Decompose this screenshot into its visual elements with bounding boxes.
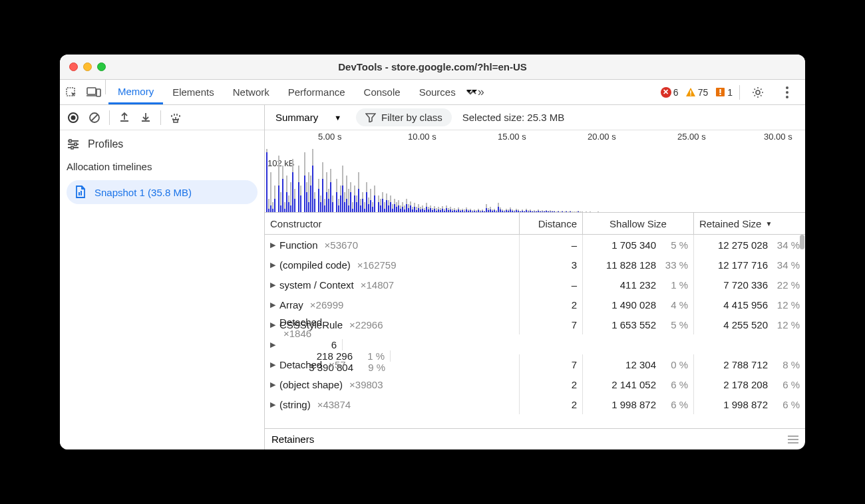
traffic-lights xyxy=(69,63,106,71)
cell-shallow: 1 653 5525 % xyxy=(583,315,694,334)
window-title: DevTools - store.google.com/?hl=en-US xyxy=(60,61,805,72)
export-button[interactable] xyxy=(116,110,132,126)
table-row[interactable]: ▶Detached ×57712 3040 %2 788 7128 % xyxy=(265,354,805,374)
expand-icon[interactable]: ▶ xyxy=(270,380,275,389)
cell-shallow: 12 3040 % xyxy=(583,354,694,374)
svg-rect-19 xyxy=(71,146,73,149)
cell-distance: 7 xyxy=(520,315,583,334)
tick: 30.00 s xyxy=(764,132,792,142)
table-row[interactable]: ▶Function×53670–1 705 3405 %12 275 02834… xyxy=(265,235,805,255)
cell-shallow: 11 828 12833 % xyxy=(583,255,694,275)
svg-rect-7 xyxy=(719,94,721,95)
table-row[interactable]: ▶Detached ×18466218 2961 %3 390 8049 % xyxy=(265,334,805,354)
svg-point-9 xyxy=(786,86,788,89)
snapshot-item[interactable]: Snapshot 1 (35.8 MB) xyxy=(67,180,258,204)
tab-memory[interactable]: Memory xyxy=(108,80,163,104)
device-toggle-icon[interactable] xyxy=(83,80,105,104)
expand-icon[interactable]: ▶ xyxy=(270,320,275,329)
cell-retained: 4 255 52012 % xyxy=(694,315,805,334)
expand-icon[interactable]: ▶ xyxy=(270,340,275,349)
expand-icon[interactable]: ▶ xyxy=(270,281,275,289)
cell-distance: 7 xyxy=(520,354,583,374)
cell-constructor: ▶Function×53670 xyxy=(265,235,520,255)
header-distance[interactable]: Distance xyxy=(520,213,583,234)
tab-sources[interactable]: Sources xyxy=(410,80,465,104)
scrollbar[interactable] xyxy=(798,235,805,428)
view-label: Summary xyxy=(275,112,318,123)
svg-point-13 xyxy=(71,115,76,120)
svg-rect-3 xyxy=(690,90,691,94)
tab-console[interactable]: Console xyxy=(355,80,410,104)
table-row[interactable]: ▶(string)×4387421 998 8726 %1 998 8726 % xyxy=(265,394,805,414)
warnings-count: 75 xyxy=(698,87,709,98)
cell-retained: 7 720 33622 % xyxy=(694,275,805,295)
record-button[interactable] xyxy=(65,110,81,126)
retainers-label: Retainers xyxy=(271,434,314,445)
table-row[interactable]: ▶system / Context×14807–411 2321 %7 720 … xyxy=(265,275,805,295)
close-window-button[interactable] xyxy=(69,63,78,71)
settings-icon[interactable] xyxy=(747,86,769,99)
menu-icon[interactable] xyxy=(788,436,798,443)
gc-button[interactable] xyxy=(168,110,184,126)
expand-icon[interactable]: ▶ xyxy=(270,261,275,269)
cell-constructor: ▶Detached ×18466218 2961 %3 390 8049 % xyxy=(265,334,805,354)
svg-point-10 xyxy=(786,91,788,94)
svg-line-15 xyxy=(91,114,98,121)
timeline[interactable]: 5.00 s 10.00 s 15.00 s 20.00 s 25.00 s 3… xyxy=(265,130,805,213)
expand-icon[interactable]: ▶ xyxy=(270,360,275,369)
table-row[interactable]: ▶(compiled code)×162759311 828 12833 %12… xyxy=(265,255,805,275)
minimize-window-button[interactable] xyxy=(83,63,92,71)
sub-toolbar: Summary ▼ Filter by class Selected size:… xyxy=(265,105,805,130)
kebab-menu-icon[interactable] xyxy=(776,86,798,98)
table-row[interactable]: ▶(object shape)×3980322 141 0526 %2 178 … xyxy=(265,374,805,394)
svg-rect-21 xyxy=(81,191,82,195)
cell-retained: 12 177 71634 % xyxy=(694,255,805,275)
divider xyxy=(105,80,106,94)
filter-icon xyxy=(365,113,376,122)
left-toolbar xyxy=(60,105,264,130)
filter-input[interactable]: Filter by class xyxy=(356,108,452,126)
error-icon: ✕ xyxy=(661,87,671,98)
main: Profiles Allocation timelines Snapshot 1… xyxy=(60,105,805,449)
header-constructor[interactable]: Constructor xyxy=(265,213,520,234)
svg-rect-1 xyxy=(87,88,96,94)
issues-badge[interactable]: 1 xyxy=(715,87,733,98)
scrollbar-thumb[interactable] xyxy=(800,235,804,249)
constructors-table: Constructor Distance Shallow Size Retain… xyxy=(265,213,805,428)
profiles-header[interactable]: Profiles xyxy=(60,130,264,158)
tab-elements[interactable]: Elements xyxy=(163,80,224,104)
table-row[interactable]: ▶Array×2699921 490 0284 %4 415 95612 % xyxy=(265,295,805,315)
cell-constructor: ▶Detached ×57 xyxy=(265,354,520,374)
import-button[interactable] xyxy=(138,110,154,126)
maximize-window-button[interactable] xyxy=(97,63,106,71)
errors-badge[interactable]: ✕ 6 xyxy=(661,87,679,98)
cell-constructor: ▶(object shape)×39803 xyxy=(265,374,520,394)
tab-performance[interactable]: Performance xyxy=(279,80,355,104)
expand-icon[interactable]: ▶ xyxy=(270,241,275,249)
tick: 15.00 s xyxy=(498,132,526,142)
cell-constructor: ▶(compiled code)×162759 xyxy=(265,255,520,275)
tick: 20.00 s xyxy=(588,132,616,142)
devtools-window: DevTools - store.google.com/?hl=en-US Me… xyxy=(60,55,805,449)
selected-size: Selected size: 25.3 MB xyxy=(462,112,564,123)
header-retained[interactable]: Retained Size ▼ xyxy=(694,213,805,234)
issue-icon xyxy=(715,87,725,98)
header-shallow[interactable]: Shallow Size xyxy=(583,213,694,234)
cell-constructor: ▶system / Context×14807 xyxy=(265,275,520,295)
svg-rect-2 xyxy=(96,89,100,96)
inspect-icon[interactable] xyxy=(60,80,83,104)
cell-retained: 12 275 02834 % xyxy=(694,235,805,255)
warning-icon xyxy=(685,87,696,98)
clear-button[interactable] xyxy=(86,110,102,126)
expand-icon[interactable]: ▶ xyxy=(270,400,275,409)
divider xyxy=(739,85,740,100)
retainers-panel[interactable]: Retainers xyxy=(265,428,805,449)
warnings-badge[interactable]: 75 xyxy=(685,87,709,98)
more-tabs-icon[interactable]: » xyxy=(465,80,485,104)
issues-count: 1 xyxy=(727,87,733,98)
tab-network[interactable]: Network xyxy=(224,80,279,104)
expand-icon[interactable]: ▶ xyxy=(270,301,275,309)
tick: 5.00 s xyxy=(318,132,341,142)
view-dropdown[interactable]: Summary ▼ xyxy=(271,109,345,126)
cell-shallow: 1 705 3405 % xyxy=(583,235,694,255)
